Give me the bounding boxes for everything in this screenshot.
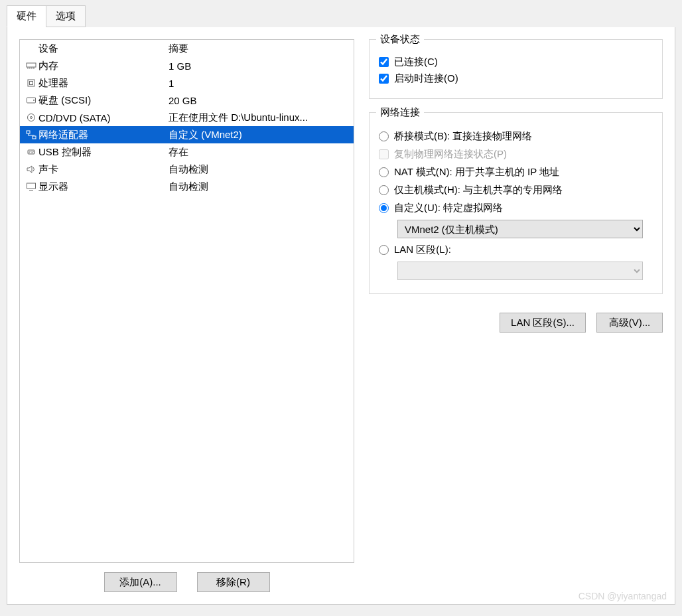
network-connection-group: 网络连接 桥接模式(B): 直接连接物理网络 复制物理网络连接状态(P) NAT… bbox=[369, 112, 663, 294]
lan-segments-button[interactable]: LAN 区段(S)... bbox=[500, 313, 586, 333]
network-connection-title: 网络连接 bbox=[376, 106, 424, 119]
watermark: CSDN @yiyantangad bbox=[579, 591, 667, 601]
lan-segment-label: LAN 区段(L): bbox=[394, 244, 451, 256]
lan-segment-select bbox=[397, 262, 643, 280]
nat-radio[interactable] bbox=[379, 167, 389, 177]
device-summary: 自动检测 bbox=[169, 181, 350, 193]
device-summary: 自动检测 bbox=[169, 163, 350, 176]
device-summary: 1 GB bbox=[169, 60, 350, 72]
device-row[interactable]: 显示器自动检测 bbox=[20, 178, 354, 195]
tab-hardware[interactable]: 硬件 bbox=[7, 5, 46, 27]
tab-options[interactable]: 选项 bbox=[46, 5, 86, 27]
device-name: 内存 bbox=[38, 60, 169, 72]
device-summary: 正在使用文件 D:\Ubuntu-linux... bbox=[169, 112, 350, 124]
svg-text:USB: USB bbox=[28, 150, 35, 154]
device-row[interactable]: 处理器1 bbox=[20, 74, 354, 92]
bridged-label: 桥接模式(B): 直接连接物理网络 bbox=[394, 130, 532, 143]
device-name: USB 控制器 bbox=[38, 146, 169, 159]
device-name: 声卡 bbox=[38, 163, 169, 176]
custom-label: 自定义(U): 特定虚拟网络 bbox=[394, 202, 503, 214]
device-summary: 20 GB bbox=[169, 95, 350, 106]
device-name: 网络适配器 bbox=[38, 129, 169, 141]
svg-rect-0 bbox=[27, 63, 36, 67]
connect-at-poweron-checkbox[interactable] bbox=[379, 74, 389, 84]
cpu-icon bbox=[24, 78, 38, 88]
device-row[interactable]: 网络适配器自定义 (VMnet2) bbox=[20, 126, 354, 143]
hostonly-radio[interactable] bbox=[379, 185, 389, 195]
device-buttons: 添加(A)... 移除(R) bbox=[19, 572, 354, 592]
svg-rect-6 bbox=[30, 82, 33, 85]
device-name: CD/DVD (SATA) bbox=[38, 112, 169, 123]
device-row[interactable]: 硬盘 (SCSI)20 GB bbox=[20, 92, 354, 109]
sound-icon bbox=[24, 165, 38, 174]
device-summary: 自定义 (VMnet2) bbox=[169, 129, 350, 141]
svg-rect-11 bbox=[27, 131, 30, 133]
svg-point-8 bbox=[33, 100, 34, 101]
device-row[interactable]: USBUSB 控制器存在 bbox=[20, 143, 354, 161]
memory-icon bbox=[24, 61, 38, 70]
col-summary: 摘要 bbox=[169, 42, 350, 55]
advanced-button[interactable]: 高级(V)... bbox=[596, 313, 663, 333]
device-state-group: 设备状态 已连接(C) 启动时连接(O) bbox=[369, 39, 663, 99]
svg-rect-12 bbox=[33, 136, 36, 139]
connected-checkbox[interactable] bbox=[379, 57, 389, 67]
usb-icon: USB bbox=[24, 147, 38, 157]
device-table-header: 设备 摘要 bbox=[20, 40, 354, 57]
nat-label: NAT 模式(N): 用于共享主机的 IP 地址 bbox=[394, 166, 559, 179]
remove-button[interactable]: 移除(R) bbox=[197, 572, 270, 592]
device-table[interactable]: 设备 摘要 内存1 GB处理器1硬盘 (SCSI)20 GBCD/DVD (SA… bbox=[19, 39, 354, 563]
bridged-radio[interactable] bbox=[379, 131, 389, 141]
tab-content: 设备 摘要 内存1 GB处理器1硬盘 (SCSI)20 GBCD/DVD (SA… bbox=[7, 27, 675, 605]
device-row[interactable]: 内存1 GB bbox=[20, 57, 354, 74]
add-button[interactable]: 添加(A)... bbox=[104, 572, 177, 592]
cd-icon bbox=[24, 113, 38, 122]
col-device: 设备 bbox=[38, 42, 169, 55]
network-action-buttons: LAN 区段(S)... 高级(V)... bbox=[369, 313, 663, 333]
custom-network-select[interactable]: VMnet2 (仅主机模式) bbox=[397, 220, 643, 238]
device-summary: 存在 bbox=[169, 146, 350, 159]
device-row[interactable]: 声卡自动检测 bbox=[20, 161, 354, 178]
svg-rect-5 bbox=[28, 80, 34, 86]
left-pane: 设备 摘要 内存1 GB处理器1硬盘 (SCSI)20 GBCD/DVD (SA… bbox=[19, 39, 354, 592]
connect-at-poweron-label: 启动时连接(O) bbox=[394, 72, 458, 85]
replicate-checkbox bbox=[379, 149, 389, 159]
disk-icon bbox=[24, 96, 38, 105]
device-row[interactable]: CD/DVD (SATA)正在使用文件 D:\Ubuntu-linux... bbox=[20, 109, 354, 126]
device-state-title: 设备状态 bbox=[376, 33, 424, 46]
device-name: 显示器 bbox=[38, 181, 169, 193]
tab-bar: 硬件 选项 bbox=[0, 0, 682, 27]
device-summary: 1 bbox=[169, 78, 350, 89]
svg-point-9 bbox=[28, 114, 35, 121]
connected-label: 已连接(C) bbox=[394, 56, 438, 68]
svg-point-10 bbox=[31, 117, 33, 119]
replicate-label: 复制物理网络连接状态(P) bbox=[394, 148, 507, 161]
lan-segment-radio[interactable] bbox=[379, 245, 389, 255]
svg-rect-15 bbox=[27, 183, 36, 189]
device-name: 硬盘 (SCSI) bbox=[38, 94, 169, 107]
hostonly-label: 仅主机模式(H): 与主机共享的专用网络 bbox=[394, 184, 563, 196]
custom-radio[interactable] bbox=[379, 203, 389, 213]
right-pane: 设备状态 已连接(C) 启动时连接(O) 网络连接 桥接模式(B): 直接连接物… bbox=[369, 39, 663, 592]
network-icon bbox=[24, 130, 38, 139]
display-icon bbox=[24, 182, 38, 191]
device-name: 处理器 bbox=[38, 77, 169, 90]
